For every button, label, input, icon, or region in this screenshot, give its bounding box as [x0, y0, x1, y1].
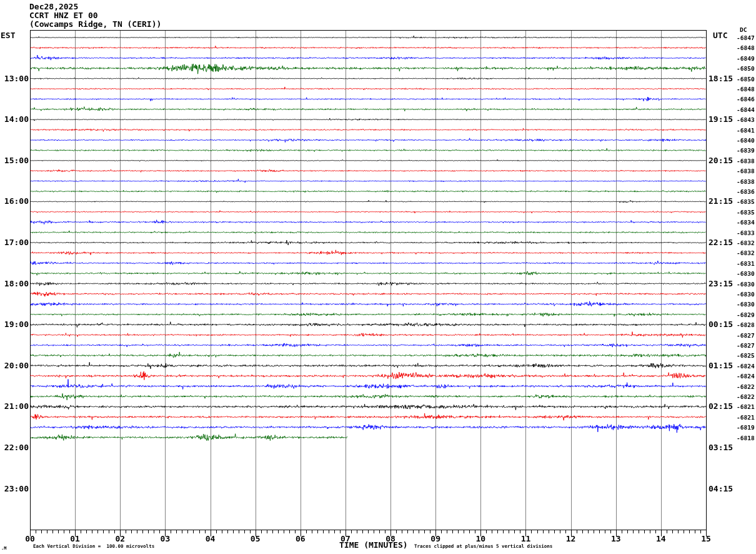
dc-value: -6819: [737, 424, 755, 431]
dc-value: -6830: [737, 291, 755, 298]
dc-value: -6832: [737, 239, 755, 246]
dc-value: -6835: [737, 209, 755, 216]
dc-value: -6849: [737, 55, 755, 62]
dc-value: -6821: [737, 414, 755, 421]
dc-value: -6830: [737, 270, 755, 277]
utc-time-label: 01:15: [709, 361, 733, 370]
dc-value: -6828: [737, 321, 755, 328]
utc-time-label: 19:15: [709, 114, 733, 124]
page-title-location: (Cowcamps Ridge, TN (CERI)): [29, 20, 161, 29]
x-tick-label: 02: [111, 535, 129, 543]
x-tick-label: 03: [156, 535, 174, 543]
est-time-label: 21:00: [0, 401, 29, 411]
dc-value: -6831: [737, 260, 755, 267]
x-tick-label: 12: [562, 535, 580, 543]
dc-value: -6844: [737, 106, 755, 113]
dc-value: -6827: [737, 342, 755, 349]
dc-value: -6850: [737, 65, 755, 72]
dc-value: -6822: [737, 383, 755, 390]
dc-value: -6838: [737, 178, 755, 185]
dc-value: -6830: [737, 281, 755, 288]
utc-time-label: 02:15: [709, 401, 733, 411]
est-time-label: 17:00: [0, 238, 29, 247]
dc-value: -6822: [737, 393, 755, 400]
dc-value: -6843: [737, 116, 755, 123]
dc-value: -6834: [737, 219, 755, 226]
est-time-label: 15:00: [0, 156, 29, 165]
utc-time-label: 23:15: [709, 279, 733, 288]
page-title-station: CCRT HNZ ET 00: [29, 11, 98, 20]
utc-axis-label: UTC: [713, 31, 727, 40]
dc-value: -6848: [737, 44, 755, 51]
utc-time-label: 21:15: [709, 196, 733, 206]
x-tick-label: 00: [21, 535, 39, 543]
dc-value: -6840: [737, 137, 755, 144]
dc-value: -6824: [737, 363, 755, 370]
time-axis-label: TIME (MINUTES): [339, 540, 408, 550]
dc-value: -6848: [737, 86, 755, 93]
dc-value: -6821: [737, 403, 755, 410]
helicorder-page: Dec28,2025 CCRT HNZ ET 00 (Cowcamps Ridg…: [0, 0, 756, 554]
dc-value: -6847: [737, 34, 755, 41]
clip-note: Traces clipped at plus/minus 5 vertical …: [414, 543, 552, 549]
dc-value: -6830: [737, 301, 755, 308]
x-tick-label: 10: [472, 535, 489, 543]
x-tick-label: 05: [247, 535, 264, 543]
scale-note: Each Vertical Division = 100.00 microvol…: [33, 543, 154, 549]
watermark: .M: [1, 546, 6, 551]
est-time-label: 14:00: [0, 114, 29, 124]
utc-time-label: 18:15: [709, 74, 733, 83]
dc-value: -6818: [737, 435, 755, 441]
x-tick-label: 04: [202, 535, 219, 543]
est-time-label: 22:00: [0, 443, 29, 452]
dc-value: -6850: [737, 76, 755, 83]
dc-value: -6846: [737, 96, 755, 103]
est-time-label: 23:00: [0, 484, 29, 493]
dc-value: -6839: [737, 147, 755, 154]
x-tick-label: 11: [517, 535, 534, 543]
dc-value: -6827: [737, 332, 755, 339]
dc-value: -6838: [737, 168, 755, 174]
utc-time-label: 22:15: [709, 238, 733, 247]
est-time-label: 19:00: [0, 320, 29, 329]
dc-value: -6838: [737, 158, 755, 164]
dc-value: -6835: [737, 198, 755, 205]
dc-value: -6825: [737, 352, 755, 359]
dc-value: -6829: [737, 311, 755, 318]
utc-time-label: 04:15: [709, 484, 733, 493]
x-tick-label: 15: [697, 535, 715, 543]
x-tick-label: 13: [607, 535, 625, 543]
est-time-label: 20:00: [0, 361, 29, 370]
x-tick-label: 06: [292, 535, 309, 543]
page-title-date: Dec28,2025: [29, 3, 78, 11]
helicorder-canvas: [0, 0, 756, 554]
utc-time-label: 03:15: [709, 443, 733, 452]
dc-value: -6832: [737, 249, 755, 256]
x-tick-label: 14: [652, 535, 670, 543]
dc-value: -6841: [737, 127, 755, 134]
est-time-label: 13:00: [0, 74, 29, 83]
est-axis-label: EST: [1, 31, 15, 40]
est-time-label: 18:00: [0, 279, 29, 288]
dc-column-header: DC: [740, 26, 747, 33]
x-tick-label: 09: [427, 535, 444, 543]
utc-time-label: 20:15: [709, 156, 733, 165]
dc-value: -6836: [737, 188, 755, 195]
utc-time-label: 00:15: [709, 320, 733, 329]
dc-value: -6824: [737, 373, 755, 380]
dc-value: -6833: [737, 229, 755, 236]
est-time-label: 16:00: [0, 196, 29, 206]
x-tick-label: 01: [66, 535, 84, 543]
